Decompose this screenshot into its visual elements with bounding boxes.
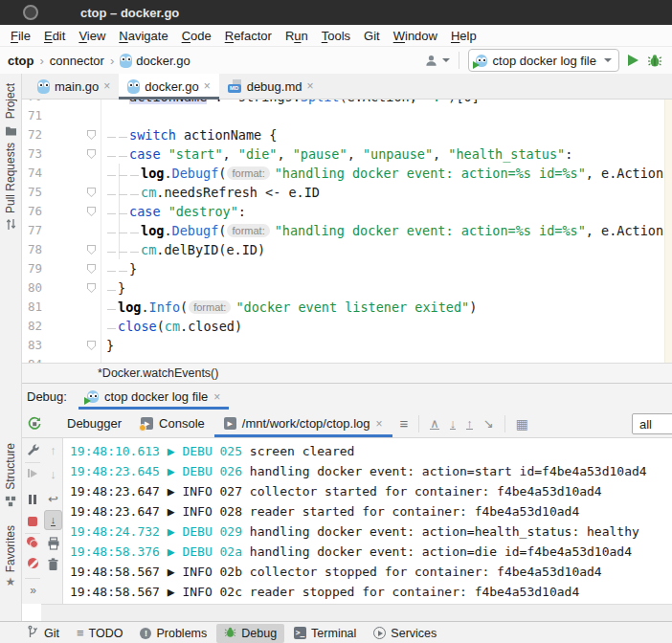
- close-icon[interactable]: ×: [213, 391, 220, 403]
- scroll-down-icon[interactable]: ↓: [450, 418, 457, 430]
- menu-navigate[interactable]: Navigate: [112, 29, 174, 43]
- fold-marker-icon[interactable]: [87, 341, 96, 350]
- debug-session-tab[interactable]: ctop docker log file ×: [78, 384, 229, 410]
- log-level-filter[interactable]: all: [632, 413, 672, 434]
- breadcrumb-item-docker-go[interactable]: docker.go: [120, 54, 190, 68]
- resume-button[interactable]: [21, 469, 44, 477]
- line-number[interactable]: 82: [21, 317, 66, 336]
- soft-wrap-icon[interactable]: ↩: [44, 492, 62, 506]
- next-occurrence-icon[interactable]: ↓: [44, 467, 62, 481]
- fold-marker-icon[interactable]: [87, 264, 96, 274]
- line-number[interactable]: 84: [21, 355, 66, 363]
- menu-edit[interactable]: Edit: [37, 29, 72, 43]
- console-scrollbar-strip[interactable]: [41, 604, 672, 621]
- toolbar-divider: [25, 462, 40, 463]
- mute-breakpoints-icon[interactable]: [21, 558, 44, 568]
- statusbar-item-git[interactable]: Git: [19, 623, 67, 643]
- debug-tab-console[interactable]: Console: [131, 410, 214, 437]
- line-number[interactable]: 71: [21, 106, 66, 125]
- stop-button[interactable]: [21, 517, 44, 526]
- code-token: format:: [227, 166, 269, 180]
- close-icon[interactable]: ×: [306, 80, 313, 92]
- debug-tab-debugger[interactable]: Debugger: [57, 410, 131, 437]
- goto-end-icon[interactable]: ↘: [483, 416, 494, 431]
- debug-tab--mnt-work-ctop-ctop-log[interactable]: /mnt/work/ctop/ctop.log×: [214, 410, 392, 437]
- statusbar-item-problems[interactable]: !Problems: [132, 625, 214, 642]
- scroll-up-icon[interactable]: ↑: [466, 418, 473, 430]
- scroll-to-end-icon[interactable]: ↓: [44, 510, 62, 530]
- line-number[interactable]: 72: [21, 125, 66, 144]
- line-number[interactable]: 78: [21, 240, 66, 259]
- menu-tools[interactable]: Tools: [315, 29, 357, 43]
- menu-run[interactable]: Run: [279, 29, 315, 43]
- run-button[interactable]: [628, 55, 638, 66]
- menu-code[interactable]: Code: [175, 29, 218, 43]
- code-text: [101, 355, 672, 363]
- line-number[interactable]: 70: [21, 100, 66, 106]
- code-editor[interactable]: 70actionName := strings.Split(e.Action, …: [21, 100, 672, 363]
- fold-marker-icon[interactable]: [87, 207, 96, 216]
- line-number[interactable]: 83: [21, 336, 66, 355]
- breadcrumb-item-ctop[interactable]: ctop: [8, 54, 34, 68]
- pause-button[interactable]: [21, 495, 44, 504]
- debug-button[interactable]: [647, 53, 662, 68]
- menu-help[interactable]: Help: [444, 29, 483, 43]
- line-number[interactable]: 76: [21, 202, 66, 221]
- tool-window-button-project[interactable]: Project: [0, 83, 21, 140]
- view-breakpoints-icon[interactable]: [21, 537, 44, 548]
- prev-occurrence-icon[interactable]: ↑: [44, 443, 62, 457]
- fold-marker-icon[interactable]: [87, 149, 96, 159]
- tool-window-button-pull-requests[interactable]: Pull Requests: [0, 143, 21, 234]
- close-icon[interactable]: ×: [103, 80, 110, 92]
- code-token: actionName {: [176, 127, 278, 143]
- print-icon[interactable]: [44, 537, 62, 550]
- editor-tab-docker-go[interactable]: docker.go×: [119, 74, 218, 99]
- line-number[interactable]: 75: [21, 183, 66, 202]
- rerun-button[interactable]: [27, 416, 42, 435]
- services-icon: [373, 627, 386, 639]
- fold-marker-icon[interactable]: [87, 283, 96, 293]
- debug-tab-label: /mnt/work/ctop/ctop.log: [242, 416, 370, 431]
- window-control-icon[interactable]: [23, 5, 38, 20]
- user-account-icon[interactable]: [424, 54, 450, 68]
- run-configuration-select[interactable]: ctop docker log file: [468, 49, 619, 72]
- code-token: [161, 204, 168, 219]
- console-log-output[interactable]: 19:48:10.613 ▶ DEBU 025 screen cleared19…: [63, 438, 672, 604]
- code-token: cm: [141, 242, 156, 257]
- menu-git[interactable]: Git: [357, 29, 387, 43]
- line-number[interactable]: 74: [21, 164, 66, 183]
- code-text: log.Debugf(format:"handling docker event…: [101, 164, 672, 183]
- statusbar-item-terminal[interactable]: >_Terminal: [286, 625, 364, 642]
- clear-console-icon[interactable]: [44, 558, 62, 571]
- editor-tab-main-go[interactable]: main.go×: [29, 74, 119, 99]
- breadcrumb-item-connector[interactable]: connector: [50, 54, 104, 68]
- grid-view-icon[interactable]: ▦: [516, 416, 528, 432]
- editor-tab-debug-md[interactable]: MDdebug.md×: [219, 74, 323, 99]
- tool-window-button-favorites[interactable]: Favorites★: [0, 525, 21, 588]
- code-text: log.Debugf(format:"handling docker event…: [101, 221, 672, 240]
- menu-window[interactable]: Window: [387, 29, 444, 43]
- fold-marker-icon[interactable]: [87, 245, 96, 255]
- line-number[interactable]: 73: [21, 144, 66, 164]
- line-number[interactable]: 80: [21, 278, 66, 298]
- expand-all-icon[interactable]: ∧: [430, 418, 439, 430]
- line-number[interactable]: 77: [21, 221, 66, 240]
- fold-marker-icon[interactable]: [87, 130, 96, 140]
- menu-file[interactable]: File: [4, 29, 37, 43]
- line-number[interactable]: 79: [21, 259, 66, 278]
- menu-refactor[interactable]: Refactor: [218, 29, 279, 43]
- options-menu-icon[interactable]: ≡: [400, 415, 409, 432]
- more-actions-icon[interactable]: »: [21, 584, 44, 597]
- statusbar-item-todo[interactable]: ≡TODO: [69, 625, 130, 642]
- tool-window-button-structure[interactable]: Structure: [0, 443, 21, 511]
- settings-wrench-icon[interactable]: [21, 443, 44, 456]
- close-icon[interactable]: ×: [375, 418, 382, 430]
- line-number[interactable]: 81: [21, 298, 66, 317]
- menu-view[interactable]: View: [72, 29, 112, 43]
- toolbar-separator: [504, 415, 505, 432]
- statusbar-item-services[interactable]: Services: [366, 625, 444, 642]
- fold-marker-icon[interactable]: [87, 188, 96, 197]
- statusbar-item-debug[interactable]: Debug: [216, 624, 284, 643]
- code-token: [161, 146, 168, 162]
- close-icon[interactable]: ×: [204, 80, 211, 92]
